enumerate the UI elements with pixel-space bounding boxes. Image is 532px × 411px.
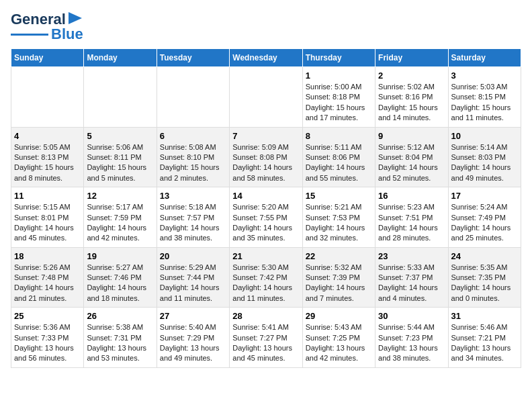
day-number: 28 xyxy=(232,311,299,321)
calendar-day-12: 12Sunrise: 5:17 AM Sunset: 7:59 PM Dayli… xyxy=(84,187,157,248)
calendar-day-31: 31Sunrise: 5:46 AM Sunset: 7:21 PM Dayli… xyxy=(448,308,521,368)
day-info: Sunrise: 5:40 AM Sunset: 7:29 PM Dayligh… xyxy=(160,322,226,364)
day-info: Sunrise: 5:08 AM Sunset: 8:10 PM Dayligh… xyxy=(160,142,226,184)
calendar-empty-cell xyxy=(84,67,157,128)
day-number: 15 xyxy=(306,191,372,201)
calendar-day-15: 15Sunrise: 5:21 AM Sunset: 7:53 PM Dayli… xyxy=(302,187,375,248)
day-number: 6 xyxy=(160,131,226,141)
day-number: 7 xyxy=(232,131,299,141)
calendar-empty-cell xyxy=(157,67,229,128)
day-number: 12 xyxy=(87,191,153,201)
calendar-table: SundayMondayTuesdayWednesdayThursdayFrid… xyxy=(11,48,521,368)
day-info: Sunrise: 5:18 AM Sunset: 7:57 PM Dayligh… xyxy=(160,202,226,244)
calendar-day-30: 30Sunrise: 5:44 AM Sunset: 7:23 PM Dayli… xyxy=(375,308,448,368)
calendar-day-11: 11Sunrise: 5:15 AM Sunset: 8:01 PM Dayli… xyxy=(11,187,84,248)
calendar-header-friday: Friday xyxy=(375,49,448,67)
calendar-day-17: 17Sunrise: 5:24 AM Sunset: 7:49 PM Dayli… xyxy=(448,187,521,248)
calendar-day-28: 28Sunrise: 5:41 AM Sunset: 7:27 PM Dayli… xyxy=(230,308,302,368)
day-info: Sunrise: 5:12 AM Sunset: 8:04 PM Dayligh… xyxy=(378,142,445,184)
day-number: 19 xyxy=(87,251,153,261)
day-info: Sunrise: 5:32 AM Sunset: 7:39 PM Dayligh… xyxy=(306,263,372,304)
day-info: Sunrise: 5:44 AM Sunset: 7:23 PM Dayligh… xyxy=(378,322,445,364)
day-info: Sunrise: 5:24 AM Sunset: 7:49 PM Dayligh… xyxy=(451,202,518,244)
day-info: Sunrise: 5:30 AM Sunset: 7:42 PM Dayligh… xyxy=(232,263,299,304)
day-info: Sunrise: 5:43 AM Sunset: 7:25 PM Dayligh… xyxy=(306,322,372,364)
day-info: Sunrise: 5:09 AM Sunset: 8:08 PM Dayligh… xyxy=(232,142,299,184)
calendar-day-10: 10Sunrise: 5:14 AM Sunset: 8:03 PM Dayli… xyxy=(448,127,521,187)
calendar-day-26: 26Sunrise: 5:38 AM Sunset: 7:31 PM Dayli… xyxy=(84,308,157,368)
day-info: Sunrise: 5:23 AM Sunset: 7:51 PM Dayligh… xyxy=(378,202,445,244)
day-number: 21 xyxy=(232,251,299,261)
logo-arrow-icon xyxy=(69,12,82,24)
calendar-header-wednesday: Wednesday xyxy=(230,49,302,67)
day-info: Sunrise: 5:35 AM Sunset: 7:35 PM Dayligh… xyxy=(451,263,518,304)
calendar-header-thursday: Thursday xyxy=(302,49,375,67)
calendar-day-23: 23Sunrise: 5:33 AM Sunset: 7:37 PM Dayli… xyxy=(375,247,448,308)
day-info: Sunrise: 5:38 AM Sunset: 7:31 PM Dayligh… xyxy=(87,322,153,364)
calendar-day-19: 19Sunrise: 5:27 AM Sunset: 7:46 PM Dayli… xyxy=(84,247,157,308)
calendar-day-13: 13Sunrise: 5:18 AM Sunset: 7:57 PM Dayli… xyxy=(157,187,229,248)
day-info: Sunrise: 5:36 AM Sunset: 7:33 PM Dayligh… xyxy=(14,322,81,364)
day-info: Sunrise: 5:41 AM Sunset: 7:27 PM Dayligh… xyxy=(232,322,299,364)
calendar-header-tuesday: Tuesday xyxy=(157,49,229,67)
day-number: 1 xyxy=(306,71,372,81)
day-number: 16 xyxy=(378,191,445,201)
day-number: 24 xyxy=(451,251,518,261)
day-number: 23 xyxy=(378,251,445,261)
day-info: Sunrise: 5:00 AM Sunset: 8:18 PM Dayligh… xyxy=(306,82,372,124)
day-info: Sunrise: 5:11 AM Sunset: 8:06 PM Dayligh… xyxy=(306,142,372,184)
day-info: Sunrise: 5:02 AM Sunset: 8:16 PM Dayligh… xyxy=(378,82,445,124)
day-info: Sunrise: 5:27 AM Sunset: 7:46 PM Dayligh… xyxy=(87,263,153,304)
calendar-day-16: 16Sunrise: 5:23 AM Sunset: 7:51 PM Dayli… xyxy=(375,187,448,248)
calendar-day-6: 6Sunrise: 5:08 AM Sunset: 8:10 PM Daylig… xyxy=(157,127,229,187)
calendar-week-row: 4Sunrise: 5:05 AM Sunset: 8:13 PM Daylig… xyxy=(11,127,521,187)
calendar-day-7: 7Sunrise: 5:09 AM Sunset: 8:08 PM Daylig… xyxy=(230,127,302,187)
day-info: Sunrise: 5:05 AM Sunset: 8:13 PM Dayligh… xyxy=(14,142,81,184)
calendar-day-18: 18Sunrise: 5:26 AM Sunset: 7:48 PM Dayli… xyxy=(11,247,84,308)
day-info: Sunrise: 5:33 AM Sunset: 7:37 PM Dayligh… xyxy=(378,263,445,304)
calendar-day-29: 29Sunrise: 5:43 AM Sunset: 7:25 PM Dayli… xyxy=(302,308,375,368)
calendar-day-1: 1Sunrise: 5:00 AM Sunset: 8:18 PM Daylig… xyxy=(302,67,375,128)
calendar-day-4: 4Sunrise: 5:05 AM Sunset: 8:13 PM Daylig… xyxy=(11,127,84,187)
day-number: 27 xyxy=(160,311,226,321)
calendar-day-21: 21Sunrise: 5:30 AM Sunset: 7:42 PM Dayli… xyxy=(230,247,302,308)
day-info: Sunrise: 5:06 AM Sunset: 8:11 PM Dayligh… xyxy=(87,142,153,184)
day-info: Sunrise: 5:21 AM Sunset: 7:53 PM Dayligh… xyxy=(306,202,372,244)
day-info: Sunrise: 5:14 AM Sunset: 8:03 PM Dayligh… xyxy=(451,142,518,184)
calendar-week-row: 25Sunrise: 5:36 AM Sunset: 7:33 PM Dayli… xyxy=(11,308,521,368)
calendar-day-25: 25Sunrise: 5:36 AM Sunset: 7:33 PM Dayli… xyxy=(11,308,84,368)
calendar-header-sunday: Sunday xyxy=(11,49,84,67)
day-number: 18 xyxy=(14,251,81,261)
day-number: 10 xyxy=(451,131,518,141)
calendar-week-row: 1Sunrise: 5:00 AM Sunset: 8:18 PM Daylig… xyxy=(11,67,521,128)
calendar-day-27: 27Sunrise: 5:40 AM Sunset: 7:29 PM Dayli… xyxy=(157,308,229,368)
page-header: General Blue xyxy=(11,11,521,43)
day-info: Sunrise: 5:03 AM Sunset: 8:15 PM Dayligh… xyxy=(451,82,518,124)
day-number: 22 xyxy=(306,251,372,261)
day-info: Sunrise: 5:46 AM Sunset: 7:21 PM Dayligh… xyxy=(451,322,518,364)
calendar-header-row: SundayMondayTuesdayWednesdayThursdayFrid… xyxy=(11,49,521,67)
calendar-week-row: 18Sunrise: 5:26 AM Sunset: 7:48 PM Dayli… xyxy=(11,247,521,308)
day-number: 13 xyxy=(160,191,226,201)
day-number: 31 xyxy=(451,311,518,321)
logo-blue: Blue xyxy=(51,26,83,43)
calendar-header-monday: Monday xyxy=(84,49,157,67)
day-number: 25 xyxy=(14,311,81,321)
calendar-day-22: 22Sunrise: 5:32 AM Sunset: 7:39 PM Dayli… xyxy=(302,247,375,308)
calendar-empty-cell xyxy=(11,67,84,128)
day-number: 11 xyxy=(14,191,81,201)
calendar-header-saturday: Saturday xyxy=(448,49,521,67)
calendar-week-row: 11Sunrise: 5:15 AM Sunset: 8:01 PM Dayli… xyxy=(11,187,521,248)
calendar-empty-cell xyxy=(230,67,302,128)
day-number: 5 xyxy=(87,131,153,141)
day-number: 20 xyxy=(160,251,226,261)
calendar-day-24: 24Sunrise: 5:35 AM Sunset: 7:35 PM Dayli… xyxy=(448,247,521,308)
day-number: 14 xyxy=(232,191,299,201)
logo: General Blue xyxy=(11,11,83,43)
svg-marker-0 xyxy=(69,12,82,24)
calendar-day-8: 8Sunrise: 5:11 AM Sunset: 8:06 PM Daylig… xyxy=(302,127,375,187)
calendar-day-9: 9Sunrise: 5:12 AM Sunset: 8:04 PM Daylig… xyxy=(375,127,448,187)
calendar-day-5: 5Sunrise: 5:06 AM Sunset: 8:11 PM Daylig… xyxy=(84,127,157,187)
day-number: 2 xyxy=(378,71,445,81)
calendar-day-14: 14Sunrise: 5:20 AM Sunset: 7:55 PM Dayli… xyxy=(230,187,302,248)
